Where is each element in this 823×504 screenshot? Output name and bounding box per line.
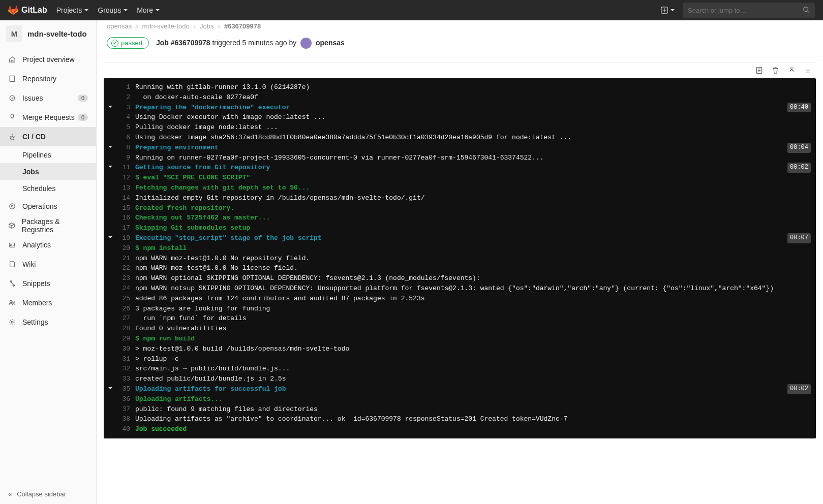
line-number[interactable]: 30	[117, 344, 135, 354]
sidebar-item-ci-cd[interactable]: CI / CD	[0, 127, 96, 146]
sidebar-item-packages-registries[interactable]: Packages & Registries	[0, 216, 96, 235]
log-line: 38Uploading artifacts as "archive" to co…	[104, 414, 816, 424]
page-title: Job #636709978 triggered 5 minutes ago b…	[156, 38, 345, 49]
line-number[interactable]: 13	[117, 183, 135, 193]
line-number[interactable]: 11	[117, 163, 135, 173]
log-text: npm WARN moz-test@1.0.0 No license field…	[135, 263, 816, 273]
line-number[interactable]: 33	[117, 374, 135, 384]
log-text: Created fresh repository.	[135, 203, 816, 213]
sidebar-sub-pipelines[interactable]: Pipelines	[0, 146, 96, 163]
sidebar-item-operations[interactable]: Operations	[0, 197, 96, 216]
sidebar-sub-schedules[interactable]: Schedules	[0, 180, 96, 197]
sidebar-item-merge-requests[interactable]: Merge Requests0	[0, 108, 96, 127]
line-number[interactable]: 2	[117, 92, 135, 103]
sidebar-sub-jobs[interactable]: Jobs	[0, 163, 96, 180]
sidebar-item-analytics[interactable]: Analytics	[0, 235, 96, 255]
scroll-top-button[interactable]	[787, 66, 796, 74]
line-number[interactable]: 38	[117, 414, 135, 424]
scroll-bottom-button[interactable]	[804, 66, 812, 74]
line-number[interactable]: 8	[117, 143, 135, 153]
status-badge: passed	[107, 37, 149, 49]
line-number[interactable]: 20	[117, 243, 135, 254]
author-link[interactable]: opensas	[316, 38, 345, 46]
line-number[interactable]: 32	[117, 364, 135, 374]
sidebar-item-issues[interactable]: Issues0	[0, 88, 96, 108]
raw-log-button[interactable]	[755, 66, 763, 74]
sidebar-icon	[8, 260, 16, 268]
sidebar-item-members[interactable]: Members	[0, 293, 96, 312]
search-input[interactable]	[688, 7, 803, 14]
line-number[interactable]: 14	[117, 193, 135, 203]
log-text: public: found 9 matching files and direc…	[135, 404, 816, 415]
sidebar-item-wiki[interactable]: Wiki	[0, 255, 96, 274]
svg-point-6	[10, 204, 15, 209]
project-name: mdn-svelte-todo	[27, 29, 87, 38]
log-text: Initialized empty Git repository in /bui…	[135, 193, 816, 203]
count-badge: 0	[78, 94, 88, 102]
line-number[interactable]: 17	[117, 223, 135, 233]
sidebar: M mdn-svelte-todo Project overviewReposi…	[0, 20, 97, 504]
line-number[interactable]: 15	[117, 203, 135, 213]
log-text: found 0 vulnerabilities	[135, 324, 816, 334]
line-number[interactable]: 5	[117, 122, 135, 133]
sidebar-item-label: Issues	[22, 94, 43, 102]
log-text: Running with gitlab-runner 13.1.0 (62142…	[135, 82, 816, 92]
collapse-sidebar[interactable]: « Collapse sidebar	[0, 484, 96, 504]
nav-projects[interactable]: Projects	[56, 6, 89, 14]
breadcrumb-item[interactable]: opensas	[107, 22, 132, 30]
line-number[interactable]: 35	[117, 384, 135, 394]
breadcrumb-item[interactable]: mdn-svelte-todo	[142, 22, 190, 30]
line-number[interactable]: 29	[117, 334, 135, 344]
nav-groups[interactable]: Groups	[98, 6, 128, 14]
sidebar-item-project-overview[interactable]: Project overview	[0, 50, 96, 69]
project-header[interactable]: M mdn-svelte-todo	[0, 20, 96, 47]
sidebar-item-settings[interactable]: Settings	[0, 312, 96, 332]
line-number[interactable]: 16	[117, 213, 135, 223]
nav-more[interactable]: More	[137, 6, 160, 14]
line-number[interactable]: 12	[117, 173, 135, 183]
erase-log-button[interactable]	[771, 66, 779, 74]
log-text: $ eval "$CI_PRE_CLONE_SCRIPT"	[135, 173, 816, 183]
log-container: 1Running with gitlab-runner 13.1.0 (6214…	[104, 62, 816, 438]
job-log[interactable]: 1Running with gitlab-runner 13.1.0 (6214…	[104, 78, 816, 438]
log-line: 6Using docker image sha256:37ad18cd8bd1f…	[104, 133, 816, 143]
log-text: Uploading artifacts...	[135, 394, 816, 404]
line-number[interactable]: 26	[117, 304, 135, 314]
line-number[interactable]: 23	[117, 273, 135, 284]
fold-toggle[interactable]	[104, 143, 117, 153]
line-number[interactable]: 19	[117, 233, 135, 243]
log-line: 12$ eval "$CI_PRE_CLONE_SCRIPT"	[104, 173, 816, 183]
gitlab-logo[interactable]: GitLab	[8, 5, 47, 15]
log-text: run `npm fund` for details	[135, 313, 816, 324]
line-number[interactable]: 4	[117, 112, 135, 122]
global-search[interactable]	[683, 3, 815, 18]
fold-toggle[interactable]	[104, 233, 117, 243]
line-number[interactable]: 21	[117, 254, 135, 264]
sidebar-item-repository[interactable]: Repository	[0, 69, 96, 88]
new-menu[interactable]	[661, 7, 675, 14]
section-duration: 00:40	[787, 103, 811, 113]
log-line: 22npm WARN moz-test@1.0.0 No license fie…	[104, 263, 816, 273]
line-number[interactable]: 36	[117, 394, 135, 404]
line-number[interactable]: 37	[117, 404, 135, 415]
line-number[interactable]: 9	[117, 153, 135, 163]
log-line: 29$ npm run build	[104, 334, 816, 344]
fold-toggle[interactable]	[104, 384, 117, 394]
line-number[interactable]: 6	[117, 133, 135, 143]
line-number[interactable]: 40	[117, 424, 135, 434]
fold-toggle[interactable]	[104, 103, 117, 113]
sidebar-icon	[8, 75, 16, 83]
line-number[interactable]: 3	[117, 103, 135, 113]
line-number[interactable]: 1	[117, 82, 135, 92]
line-number[interactable]: 27	[117, 313, 135, 324]
fold-toggle[interactable]	[104, 163, 117, 173]
line-number[interactable]: 25	[117, 294, 135, 304]
line-number[interactable]: 31	[117, 354, 135, 364]
sidebar-item-snippets[interactable]: Snippets	[0, 274, 96, 293]
line-number[interactable]: 28	[117, 324, 135, 334]
line-number[interactable]: 22	[117, 263, 135, 273]
line-number[interactable]: 24	[117, 284, 135, 294]
check-circle-icon	[111, 40, 118, 47]
log-text: Pulling docker image node:latest ...	[135, 122, 816, 133]
breadcrumb-item[interactable]: Jobs	[200, 22, 214, 30]
